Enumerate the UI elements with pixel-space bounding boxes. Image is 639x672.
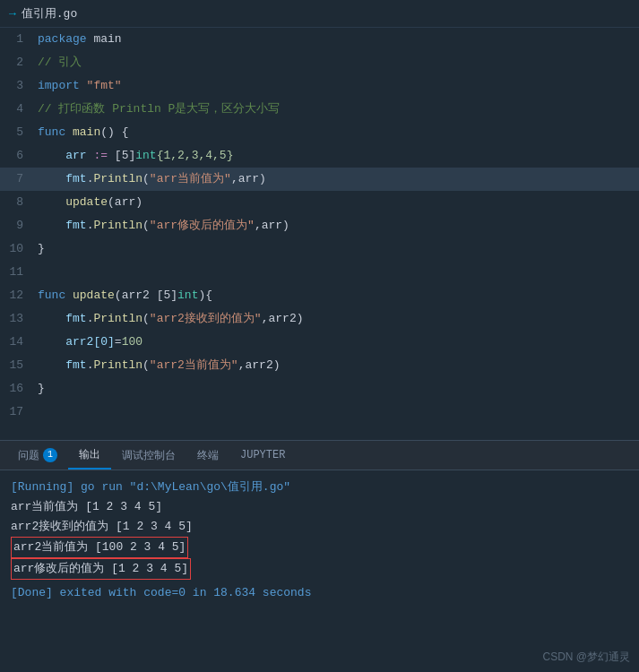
line-content: fmt.Println("arr修改后的值为",arr) <box>38 214 639 237</box>
tab-label: 调试控制台 <box>122 448 176 463</box>
tab-badge: 1 <box>43 448 57 462</box>
code-line-8: 8 update(arr) <box>0 191 639 214</box>
tab-problems[interactable]: 问题1 <box>7 441 68 470</box>
line-number: 8 <box>0 191 38 214</box>
code-line-6: 6 arr := [5]int{1,2,3,4,5} <box>0 144 639 168</box>
line-content <box>38 261 639 284</box>
line-number: 5 <box>0 121 38 144</box>
tab-output[interactable]: 输出 <box>68 441 111 470</box>
code-line-15: 15 fmt.Println("arr2当前值为",arr2) <box>0 354 639 377</box>
line-content: fmt.Println("arr2当前值为",arr2) <box>38 354 639 377</box>
line-number: 1 <box>0 28 38 51</box>
code-line-4: 4// 打印函数 Println P是大写，区分大小写 <box>0 98 639 121</box>
line-number: 3 <box>0 74 38 98</box>
line-number: 14 <box>0 331 38 354</box>
line-number: 9 <box>0 214 38 237</box>
code-line-7: 7 fmt.Println("arr当前值为",arr) <box>0 168 639 191</box>
output-line-4-highlighted: arr修改后的值为 [1 2 3 4 5] <box>11 558 628 580</box>
tab-debug[interactable]: 调试控制台 <box>111 441 186 470</box>
code-line-17: 17 <box>0 401 639 424</box>
output-line-3-highlighted: arr2当前值为 [100 2 3 4 5] <box>11 537 628 558</box>
tab-label: 输出 <box>79 447 100 462</box>
code-line-13: 13 fmt.Println("arr2接收到的值为",arr2) <box>0 307 639 331</box>
output-panel: [Running] go run "d:\MyLean\go\值引用.go" a… <box>0 470 639 672</box>
code-line-1: 1package main <box>0 28 639 51</box>
line-number: 11 <box>0 261 38 284</box>
line-content: package main <box>38 28 639 51</box>
line-content: // 引入 <box>38 51 639 74</box>
code-line-3: 3import "fmt" <box>0 74 639 98</box>
line-content: func main() { <box>38 121 639 144</box>
line-content: } <box>38 237 639 261</box>
watermark: CSDN @梦幻通灵 <box>542 650 630 665</box>
line-number: 13 <box>0 307 38 331</box>
highlight-box-1: arr2当前值为 [100 2 3 4 5] <box>11 537 188 558</box>
tab-label: JUPYTER <box>240 449 285 461</box>
tab-jupyter[interactable]: JUPYTER <box>229 441 296 470</box>
line-content: update(arr) <box>38 191 639 214</box>
code-line-16: 16} <box>0 377 639 401</box>
code-line-14: 14 arr2[0]=100 <box>0 331 639 354</box>
code-line-5: 5func main() { <box>0 121 639 144</box>
code-editor: 1package main2// 引入3import "fmt"4// 打印函数… <box>0 28 639 440</box>
output-line-2: arr2接收到的值为 [1 2 3 4 5] <box>11 517 628 537</box>
line-number: 6 <box>0 144 38 168</box>
line-number: 7 <box>0 168 38 191</box>
panel-container: 问题1输出调试控制台终端JUPYTER [Running] go run "d:… <box>0 440 639 672</box>
output-line-1: arr当前值为 [1 2 3 4 5] <box>11 497 628 517</box>
tab-terminal[interactable]: 终端 <box>186 441 229 470</box>
line-content <box>38 401 639 424</box>
file-name: 值引用.go <box>22 5 77 22</box>
line-content: fmt.Println("arr2接收到的值为",arr2) <box>38 307 639 331</box>
tab-label: 终端 <box>197 448 219 463</box>
output-done: [Done] exited with code=0 in 18.634 seco… <box>11 583 628 603</box>
line-number: 17 <box>0 401 38 424</box>
line-number: 15 <box>0 354 38 377</box>
line-content: // 打印函数 Println P是大写，区分大小写 <box>38 98 639 121</box>
line-number: 12 <box>0 284 38 307</box>
highlight-box-2: arr修改后的值为 [1 2 3 4 5] <box>11 558 191 580</box>
running-command: [Running] go run "d:\MyLean\go\值引用.go" <box>11 478 628 497</box>
line-content: } <box>38 377 639 401</box>
line-content: fmt.Println("arr当前值为",arr) <box>38 168 639 191</box>
line-content: arr := [5]int{1,2,3,4,5} <box>38 144 639 168</box>
line-content: import "fmt" <box>38 74 639 98</box>
code-line-11: 11 <box>0 261 639 284</box>
line-number: 4 <box>0 98 38 121</box>
code-line-10: 10} <box>0 237 639 261</box>
title-bar: → 值引用.go <box>0 0 639 28</box>
line-number: 16 <box>0 377 38 401</box>
line-content: func update(arr2 [5]int){ <box>38 284 639 307</box>
code-line-9: 9 fmt.Println("arr修改后的值为",arr) <box>0 214 639 237</box>
line-content: arr2[0]=100 <box>38 331 639 354</box>
code-line-2: 2// 引入 <box>0 51 639 74</box>
line-number: 2 <box>0 51 38 74</box>
code-line-12: 12func update(arr2 [5]int){ <box>0 284 639 307</box>
line-number: 10 <box>0 237 38 261</box>
panel-tabs: 问题1输出调试控制台终端JUPYTER <box>0 440 639 470</box>
go-language-icon: → <box>9 7 16 21</box>
tab-label: 问题 <box>18 448 39 463</box>
